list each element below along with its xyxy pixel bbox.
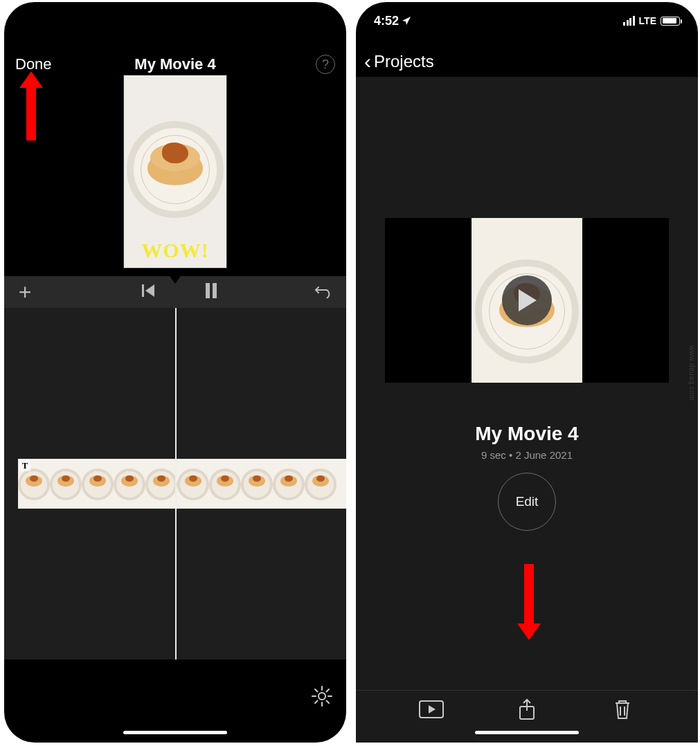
svg-marker-5 (19, 71, 43, 140)
clip-frame (114, 459, 145, 509)
status-indicators: LTE (623, 15, 680, 26)
clip-frame (241, 459, 273, 509)
svg-marker-9 (429, 705, 436, 713)
notch (468, 2, 586, 20)
svg-rect-2 (206, 283, 210, 298)
share-button[interactable] (513, 698, 541, 721)
preview-plate-graphic (127, 121, 224, 218)
svg-marker-6 (402, 17, 411, 25)
location-icon (402, 16, 411, 26)
play-button[interactable] (502, 275, 552, 325)
svg-rect-3 (213, 283, 217, 298)
home-indicator[interactable] (123, 731, 227, 734)
chevron-left-icon: ‹ (364, 51, 371, 72)
playhead-marker (168, 274, 182, 284)
svg-rect-0 (142, 284, 144, 297)
clip-frame (209, 459, 241, 509)
delete-button[interactable] (609, 698, 636, 721)
phone-left-editor: Done My Movie 4 ? WOW! + T (4, 2, 346, 743)
svg-point-4 (318, 693, 325, 700)
back-label: Projects (374, 52, 434, 71)
play-icon (517, 289, 537, 311)
clip-frame (145, 459, 177, 509)
undo-icon (314, 283, 334, 298)
svg-marker-15 (517, 624, 541, 640)
project-settings-button[interactable] (310, 684, 334, 708)
bottom-toolbar (356, 690, 698, 743)
editor-topbar: Done My Movie 4 ? (4, 51, 346, 78)
edit-button-label: Edit (516, 494, 539, 509)
timeline-playhead[interactable] (175, 308, 177, 659)
status-time-text: 4:52 (374, 14, 399, 28)
skip-start-button[interactable] (142, 284, 156, 300)
signal-icon (623, 16, 635, 26)
clip-frame (50, 459, 82, 509)
title-overlay-badge: T (19, 460, 30, 471)
preview-syrup-graphic (162, 143, 188, 163)
watermark: www.deuaq.com (688, 345, 696, 401)
play-fullscreen-button[interactable] (418, 698, 445, 721)
add-media-button[interactable]: + (4, 280, 46, 305)
transport-controls (46, 283, 314, 301)
video-preview[interactable]: WOW! (123, 75, 227, 269)
annotation-arrow-done (19, 71, 43, 143)
undo-button[interactable] (314, 283, 334, 301)
clip-frame (305, 459, 336, 509)
overlay-text: WOW! (141, 239, 208, 262)
preview-pancake-graphic (147, 151, 203, 185)
share-icon (518, 698, 536, 720)
project-thumbnail[interactable] (385, 218, 669, 383)
svg-rect-14 (524, 564, 534, 624)
svg-marker-7 (519, 289, 537, 311)
project-title-label: My Movie 4 (134, 55, 215, 73)
timeline-clip[interactable]: T (18, 459, 346, 509)
battery-icon (661, 17, 680, 26)
clip-frame (273, 459, 305, 509)
play-rect-icon (419, 700, 444, 718)
project-title: My Movie 4 (356, 423, 698, 445)
edit-button[interactable]: Edit (498, 473, 556, 531)
clip-frame (177, 459, 209, 509)
gear-icon (310, 684, 334, 708)
network-label: LTE (639, 15, 656, 26)
skip-start-icon (142, 284, 156, 297)
trash-icon (613, 699, 631, 720)
phone-right-projects: 4:52 LTE ‹ Projects My Movie 4 9 sec • (356, 2, 698, 743)
notch (116, 2, 234, 20)
clip-frame (82, 459, 114, 509)
status-time: 4:52 (374, 14, 411, 28)
home-indicator[interactable] (475, 731, 579, 734)
annotation-arrow-share (517, 564, 541, 643)
back-to-projects-button[interactable]: ‹ Projects (364, 48, 434, 75)
project-metadata: 9 sec • 2 June 2021 (356, 449, 698, 461)
timeline-area[interactable]: T (4, 308, 346, 659)
help-button[interactable]: ? (316, 55, 335, 74)
pause-button[interactable] (204, 283, 218, 301)
svg-marker-1 (145, 284, 154, 297)
pause-icon (204, 283, 218, 298)
